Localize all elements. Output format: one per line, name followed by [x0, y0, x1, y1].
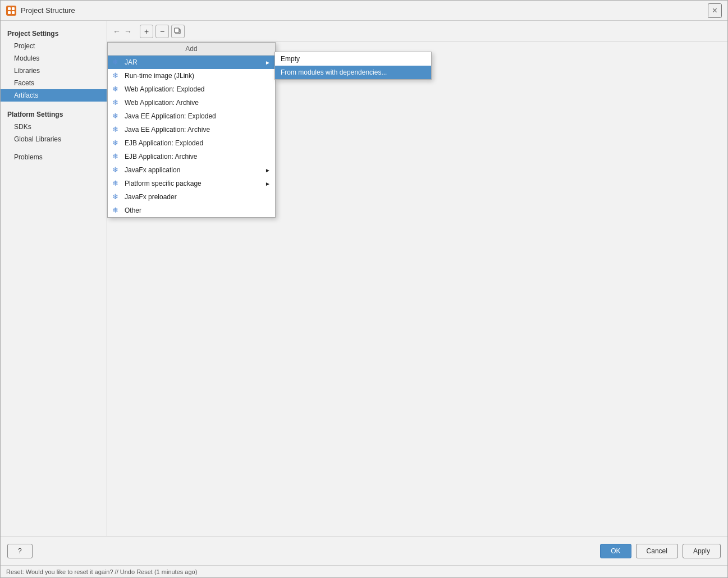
menu-item-platform-package[interactable]: ❄ Platform specific package ►	[108, 177, 275, 190]
svg-rect-5	[175, 28, 179, 33]
java-ee-exploded-icon: ❄	[112, 112, 121, 121]
status-text: Reset: Would you like to reset it again?…	[6, 568, 197, 575]
bottom-bar: ? OK Cancel Apply	[1, 536, 727, 565]
add-popup-header: Add	[108, 43, 275, 56]
menu-item-runtime-image[interactable]: ❄ Run-time image (JLink)	[108, 69, 275, 82]
dialog-body: Project Settings Project Modules Librari…	[1, 21, 727, 536]
svg-rect-3	[12, 11, 15, 14]
javafx-preloader-icon: ❄	[112, 192, 121, 201]
sidebar-item-artifacts[interactable]: Artifacts	[1, 89, 107, 102]
menu-item-java-ee-archive[interactable]: ❄ Java EE Application: Archive	[108, 123, 275, 136]
sidebar: Project Settings Project Modules Librari…	[1, 21, 107, 536]
jar-icon: ❄	[112, 58, 121, 67]
ejb-archive-icon: ❄	[112, 152, 121, 161]
menu-item-web-archive[interactable]: ❄ Web Application: Archive	[108, 96, 275, 109]
web-exploded-icon: ❄	[112, 85, 121, 94]
runtime-icon: ❄	[112, 71, 121, 80]
back-arrow[interactable]: ←	[112, 26, 122, 37]
main-area: ← → + − Add	[107, 21, 727, 536]
app-icon	[6, 6, 16, 16]
menu-item-other[interactable]: ❄ Other	[108, 204, 275, 217]
platform-arrow-icon: ►	[265, 181, 271, 187]
sidebar-divider	[1, 102, 107, 107]
menu-item-java-ee-exploded[interactable]: ❄ Java EE Application: Exploded	[108, 109, 275, 123]
sidebar-item-sdks[interactable]: SDKs	[1, 121, 107, 133]
forward-arrow[interactable]: →	[123, 26, 133, 37]
javafx-app-icon: ❄	[112, 166, 121, 175]
dialog-title: Project Structure	[21, 6, 703, 15]
menu-item-javafx-preloader[interactable]: ❄ JavaFx preloader	[108, 190, 275, 204]
menu-item-ejb-archive[interactable]: ❄ EJB Application: Archive	[108, 150, 275, 163]
ok-button[interactable]: OK	[600, 544, 631, 558]
sidebar-item-modules[interactable]: Modules	[1, 52, 107, 65]
copy-icon	[174, 27, 182, 35]
web-archive-icon: ❄	[112, 98, 121, 107]
project-structure-dialog: Project Structure × Project Settings Pro…	[0, 0, 728, 578]
add-button[interactable]: +	[140, 25, 153, 38]
svg-rect-2	[8, 11, 11, 14]
jar-sub-popup: Empty From modules with dependencies...	[274, 52, 432, 80]
sidebar-item-libraries[interactable]: Libraries	[1, 65, 107, 77]
menu-item-ejb-exploded[interactable]: ❄ EJB Application: Exploded	[108, 136, 275, 150]
sidebar-item-project[interactable]: Project	[1, 40, 107, 52]
toolbar: + −	[138, 25, 185, 38]
remove-button[interactable]: −	[155, 25, 169, 38]
svg-rect-1	[12, 7, 15, 10]
ejb-exploded-icon: ❄	[112, 139, 121, 148]
menu-item-web-exploded[interactable]: ❄ Web Application: Exploded	[108, 82, 275, 96]
platform-settings-header: Platform Settings	[1, 107, 107, 121]
status-bar: Reset: Would you like to reset it again?…	[1, 565, 727, 577]
add-popup: Add ❄ JAR ► ❄ Run-time image (JLink) ❄ W…	[107, 42, 276, 218]
sub-menu-from-modules[interactable]: From modules with dependencies...	[275, 66, 431, 79]
help-button[interactable]: ?	[7, 544, 33, 558]
title-bar: Project Structure ×	[1, 1, 727, 21]
apply-button[interactable]: Apply	[683, 544, 721, 558]
close-button[interactable]: ×	[708, 3, 722, 18]
project-settings-header: Project Settings	[1, 26, 107, 40]
copy-button[interactable]	[171, 25, 185, 38]
jar-arrow-icon: ►	[265, 59, 271, 66]
sidebar-divider-2	[1, 145, 107, 151]
javafx-arrow-icon: ►	[265, 167, 271, 173]
sidebar-item-problems[interactable]: Problems	[1, 151, 107, 163]
sub-menu-empty[interactable]: Empty	[275, 52, 431, 66]
svg-rect-0	[8, 7, 11, 10]
sidebar-item-facets[interactable]: Facets	[1, 77, 107, 89]
cancel-button[interactable]: Cancel	[636, 544, 678, 558]
sidebar-item-global-libraries[interactable]: Global Libraries	[1, 133, 107, 145]
other-icon: ❄	[112, 206, 121, 215]
platform-package-icon: ❄	[112, 179, 121, 188]
nav-arrows: ← →	[107, 22, 138, 40]
menu-item-javafx-app[interactable]: ❄ JavaFx application ►	[108, 163, 275, 177]
help-area: ?	[7, 544, 33, 558]
menu-item-jar[interactable]: ❄ JAR ►	[108, 56, 275, 69]
java-ee-archive-icon: ❄	[112, 125, 121, 134]
